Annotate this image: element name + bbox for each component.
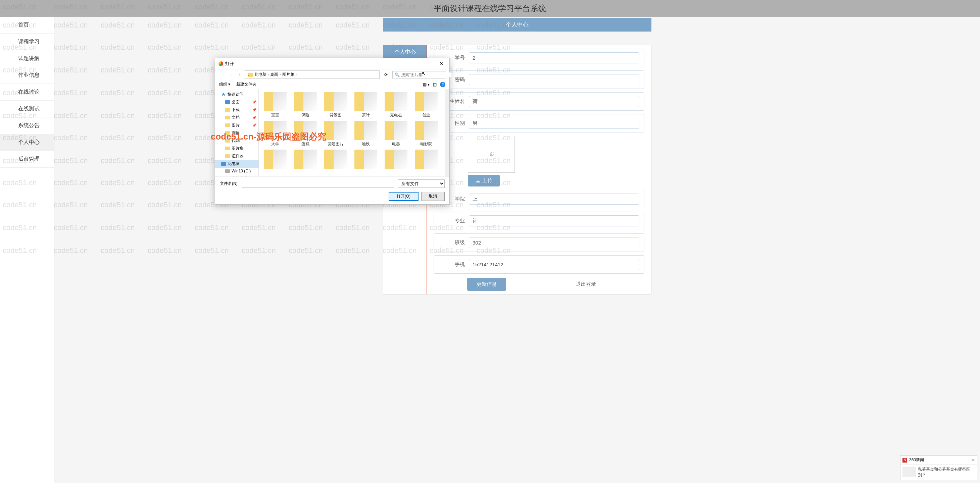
nav-item-3[interactable]: 作业信息 — [0, 67, 54, 84]
pin-icon: 📌 — [252, 100, 256, 104]
file-item[interactable] — [412, 149, 441, 171]
folder-thumbnail-icon — [264, 149, 286, 169]
tree-item[interactable]: 证件照 — [215, 152, 258, 160]
dialog-toolbar: 组织 ▾ 新建文件夹 ▦ ▾ ◫ ? — [215, 80, 449, 89]
tree-item[interactable]: 文档📌 — [215, 114, 258, 121]
pin-icon: 📌 — [252, 124, 256, 127]
file-item[interactable]: 背景图 — [321, 91, 350, 119]
folder-icon — [225, 139, 230, 143]
new-folder-button[interactable]: 新建文件夹 — [236, 81, 256, 87]
file-item[interactable]: 充电桩 — [382, 91, 410, 119]
nav-item-8[interactable]: 后台管理 — [0, 151, 54, 168]
update-button[interactable]: 更新信息 — [467, 278, 506, 291]
tree-item[interactable]: 图片📌 — [215, 121, 258, 129]
tree-item[interactable]: 此电脑 — [215, 160, 258, 168]
search-input[interactable] — [401, 72, 452, 77]
input-major[interactable] — [469, 215, 640, 226]
input-class[interactable] — [469, 237, 640, 248]
input-password[interactable] — [469, 74, 640, 85]
field-student-id: 学号 — [434, 49, 644, 67]
nav-up-icon[interactable]: ↑ — [237, 72, 242, 78]
refresh-icon[interactable]: ⟳ — [382, 71, 390, 78]
input-student-id[interactable] — [469, 52, 640, 64]
file-name: 地铁 — [352, 141, 380, 147]
tree-item[interactable]: 快速访问 — [215, 91, 258, 98]
inner-nav-item-0[interactable]: 个人中心 — [383, 45, 426, 59]
nav-item-5[interactable]: 在线测试 — [0, 101, 54, 118]
breadcrumb-part[interactable]: 此电脑 — [255, 72, 269, 78]
pc-icon — [225, 100, 230, 104]
tree-item[interactable]: 桌面📌 — [215, 98, 258, 106]
file-item[interactable]: 宝宝 — [261, 91, 290, 119]
nav-forward-icon[interactable]: → — [228, 72, 235, 78]
filetype-select[interactable]: 所有文件 — [398, 180, 445, 188]
folder-thumbnail-icon — [415, 149, 438, 169]
logout-button[interactable]: 退出登录 — [566, 278, 605, 291]
nav-back-icon[interactable]: ← — [218, 72, 225, 78]
upload-button-label: 上传 — [482, 178, 492, 184]
nav-item-1[interactable]: 课程学习 — [0, 33, 54, 50]
input-gender[interactable] — [469, 118, 640, 129]
search-icon: 🔍 — [395, 72, 400, 77]
organize-menu[interactable]: 组织 ▾ — [219, 81, 230, 87]
file-item[interactable]: 保险 — [291, 91, 320, 119]
file-item[interactable]: 大学 — [261, 120, 290, 148]
file-item[interactable]: 电影院 — [412, 120, 441, 148]
news-close-icon[interactable]: ✕ — [972, 458, 975, 462]
news-thumbnail — [902, 467, 916, 477]
file-item[interactable] — [352, 149, 380, 171]
folder-thumbnail-icon — [385, 92, 407, 111]
file-item[interactable]: 茶叶 — [352, 91, 380, 119]
file-item[interactable] — [382, 149, 410, 171]
folder-thumbnail-icon — [294, 149, 317, 169]
file-item[interactable] — [261, 149, 290, 171]
filename-input[interactable] — [242, 180, 395, 187]
nav-item-4[interactable]: 在线讨论 — [0, 84, 54, 101]
view-options-icon[interactable]: ▦ ▾ — [423, 82, 430, 87]
tree-item[interactable]: 图片集 — [215, 145, 258, 152]
left-sidebar: 首页课程学习试题讲解作业信息在线讨论在线测试系统公告个人中心后台管理 — [0, 17, 54, 483]
open-file-button[interactable]: 打开(O) — [389, 192, 418, 201]
file-name: 电器 — [382, 141, 410, 147]
upload-button[interactable]: ☁ 上传 — [468, 175, 500, 186]
tree-item[interactable]: 下载📌 — [215, 106, 258, 114]
input-student-name[interactable] — [469, 96, 640, 107]
file-item[interactable]: 创业 — [412, 91, 441, 119]
input-college[interactable] — [469, 194, 640, 205]
close-icon[interactable]: ✕ — [436, 60, 446, 67]
nav-item-6[interactable]: 系统公告 — [0, 118, 54, 134]
tree-item[interactable]: 代码 — [215, 137, 258, 145]
file-item[interactable]: 电器 — [382, 120, 410, 148]
file-item[interactable] — [291, 149, 320, 171]
breadcrumb[interactable]: 此电脑桌面图片集 — [245, 70, 380, 79]
form-area: 学号 密码 学生姓名 性别 🖼 ☁ — [427, 45, 651, 294]
preview-pane-icon[interactable]: ◫ — [433, 82, 437, 87]
file-item[interactable] — [321, 149, 350, 171]
app-header: 平面设计课程在线学习平台系统 — [0, 0, 980, 17]
section-bar: 个人中心 — [383, 18, 651, 32]
pin-icon: 📌 — [252, 108, 256, 112]
cancel-file-button[interactable]: 取消 — [421, 192, 445, 201]
scrollbar[interactable] — [445, 89, 449, 176]
search-box[interactable]: 🔍 — [392, 71, 446, 78]
breadcrumb-part[interactable]: 桌面 — [270, 72, 281, 78]
news-popup: N 360新闻 ✕ 私募基金和公募基金有哪些区别？ — [900, 456, 977, 480]
file-name: 蛋糕 — [292, 141, 319, 147]
label-class: 班级 — [439, 240, 469, 246]
news-title: 360新闻 — [909, 457, 924, 463]
tree-item[interactable]: 宠物 — [215, 129, 258, 137]
file-item[interactable]: 党建图片 — [321, 120, 350, 148]
label-major: 专业 — [439, 218, 469, 224]
breadcrumb-part[interactable]: 图片集 — [282, 72, 297, 78]
tree-item[interactable]: Win10 (C:) — [215, 168, 258, 175]
file-name: 党建图片 — [322, 141, 349, 147]
news-headline[interactable]: 私募基金和公募基金有哪些区别？ — [918, 467, 975, 478]
file-item[interactable]: 蛋糕 — [291, 120, 320, 148]
help-icon[interactable]: ? — [440, 82, 445, 87]
nav-item-2[interactable]: 试题讲解 — [0, 50, 54, 67]
nav-item-0[interactable]: 首页 — [0, 17, 54, 33]
file-item[interactable]: 地铁 — [352, 120, 380, 148]
field-major: 专业 — [434, 212, 644, 230]
nav-item-7[interactable]: 个人中心 — [0, 134, 54, 151]
input-phone[interactable] — [469, 259, 640, 270]
